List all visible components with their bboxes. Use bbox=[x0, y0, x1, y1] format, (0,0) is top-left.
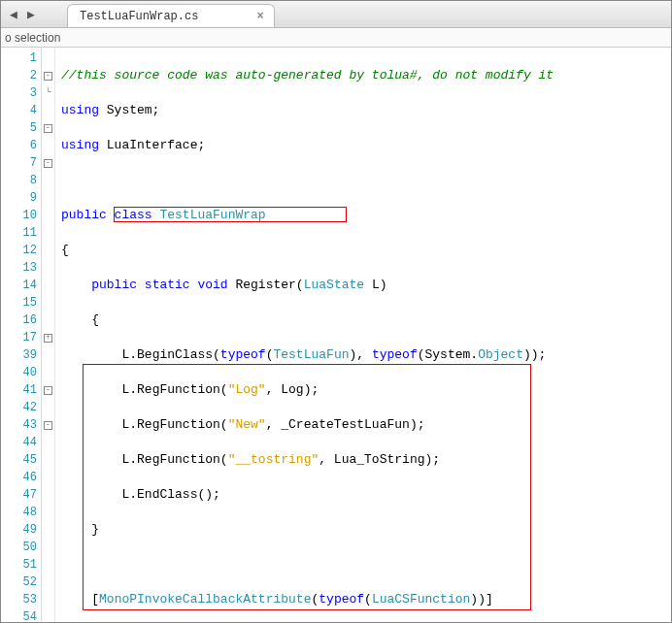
line-number: 11 bbox=[1, 224, 41, 242]
fold-marker bbox=[42, 189, 54, 207]
line-number: 7 bbox=[1, 154, 41, 172]
line-number: 52 bbox=[1, 574, 41, 591]
code-token: )); bbox=[523, 347, 546, 362]
code-token: //this source code was auto-generated by… bbox=[61, 68, 554, 82]
fold-marker bbox=[42, 434, 54, 451]
line-number: 9 bbox=[1, 189, 41, 207]
code-token: LuaCSFunction bbox=[372, 592, 470, 607]
line-number: 53 bbox=[1, 591, 41, 608]
line-number: 14 bbox=[1, 277, 41, 294]
line-number: 41 bbox=[1, 381, 41, 399]
fold-marker bbox=[42, 207, 54, 224]
line-number: 51 bbox=[1, 556, 41, 574]
code-token: void bbox=[190, 278, 228, 292]
fold-marker bbox=[42, 574, 54, 591]
fold-marker bbox=[42, 224, 54, 242]
fold-marker bbox=[42, 608, 54, 623]
code-token: typeof bbox=[372, 347, 418, 362]
code-token: ))] bbox=[470, 592, 492, 607]
code-token: , _CreateTestLuaFun); bbox=[266, 417, 425, 432]
line-number: 47 bbox=[1, 486, 41, 504]
code-token: } bbox=[91, 522, 99, 537]
line-number-gutter: 1234567891011121314151617394041424344454… bbox=[1, 48, 42, 623]
tab-bar: ◀ ▶ TestLuaFunWrap.cs × bbox=[1, 1, 671, 28]
fold-marker bbox=[42, 312, 54, 329]
code-token: L.RegFunction( bbox=[121, 452, 227, 467]
code-token: [ bbox=[91, 592, 99, 607]
fold-marker bbox=[42, 294, 54, 312]
fold-marker[interactable]: + bbox=[42, 329, 54, 346]
code-token: L.RegFunction( bbox=[121, 417, 227, 432]
code-token: typeof bbox=[220, 347, 266, 362]
close-icon[interactable]: × bbox=[256, 10, 263, 23]
line-number: 44 bbox=[1, 434, 41, 451]
code-token: public bbox=[91, 278, 137, 292]
code-token: (System. bbox=[418, 347, 478, 362]
code-token: Register( bbox=[228, 278, 304, 292]
code-token: using bbox=[61, 138, 99, 152]
line-number: 1 bbox=[1, 49, 41, 67]
fold-marker bbox=[42, 259, 54, 277]
code-token: { bbox=[91, 312, 99, 327]
code-token: "New" bbox=[228, 417, 266, 432]
fold-gutter: -└--+-- bbox=[42, 48, 55, 623]
line-number: 50 bbox=[1, 539, 41, 556]
fold-marker[interactable]: - bbox=[42, 67, 54, 84]
fold-marker bbox=[42, 172, 54, 189]
code-token: LuaState bbox=[304, 278, 364, 292]
line-number: 17 bbox=[1, 329, 41, 346]
fold-marker bbox=[42, 486, 54, 504]
nav-back-icon[interactable]: ◀ bbox=[5, 2, 22, 27]
line-number: 3 bbox=[1, 84, 41, 102]
line-number: 2 bbox=[1, 67, 41, 84]
fold-marker bbox=[42, 137, 54, 154]
fold-marker bbox=[42, 242, 54, 259]
line-number: 49 bbox=[1, 521, 41, 539]
line-number: 45 bbox=[1, 451, 41, 469]
code-token: "Log" bbox=[228, 382, 266, 397]
line-number: 42 bbox=[1, 399, 41, 416]
fold-marker bbox=[42, 346, 54, 364]
fold-marker bbox=[42, 504, 54, 521]
fold-marker[interactable]: - bbox=[42, 119, 54, 137]
line-number: 6 bbox=[1, 137, 41, 154]
code-token: typeof bbox=[319, 592, 364, 607]
fold-marker bbox=[42, 102, 54, 119]
line-number: 48 bbox=[1, 504, 41, 521]
fold-marker bbox=[42, 521, 54, 539]
code-token: using bbox=[61, 103, 99, 117]
line-number: 16 bbox=[1, 312, 41, 329]
fold-marker[interactable]: - bbox=[42, 381, 54, 399]
fold-marker[interactable]: - bbox=[42, 154, 54, 172]
code-token: "__tostring" bbox=[228, 452, 319, 467]
file-tab[interactable]: TestLuaFunWrap.cs × bbox=[67, 4, 275, 27]
line-number: 4 bbox=[1, 102, 41, 119]
code-token: ), bbox=[349, 347, 371, 362]
code-token: public bbox=[61, 208, 107, 222]
code-token: System; bbox=[99, 103, 159, 117]
fold-marker: └ bbox=[42, 84, 54, 102]
tab-title: TestLuaFunWrap.cs bbox=[80, 10, 198, 23]
code-area[interactable]: //this source code was auto-generated by… bbox=[55, 48, 671, 623]
line-number: 46 bbox=[1, 469, 41, 486]
breadcrumb[interactable]: o selection bbox=[1, 28, 671, 48]
nav-forward-icon[interactable]: ▶ bbox=[22, 2, 40, 27]
line-number: 8 bbox=[1, 172, 41, 189]
code-editor: 1234567891011121314151617394041424344454… bbox=[1, 48, 671, 623]
line-number: 15 bbox=[1, 294, 41, 312]
code-token: { bbox=[61, 243, 69, 257]
line-number: 39 bbox=[1, 346, 41, 364]
line-number: 40 bbox=[1, 364, 41, 381]
code-token: ( bbox=[364, 592, 372, 607]
fold-marker[interactable]: - bbox=[42, 416, 54, 434]
line-number: 10 bbox=[1, 207, 41, 224]
fold-marker bbox=[42, 364, 54, 381]
code-token: L.BeginClass( bbox=[121, 347, 219, 362]
code-token: Object bbox=[478, 347, 523, 362]
code-token: , Log); bbox=[266, 382, 319, 397]
code-token: L) bbox=[364, 278, 386, 292]
code-token: , Lua_ToString); bbox=[319, 452, 440, 467]
code-token: TestLuaFun bbox=[273, 347, 349, 362]
fold-marker bbox=[42, 451, 54, 469]
code-token: class bbox=[107, 208, 152, 222]
